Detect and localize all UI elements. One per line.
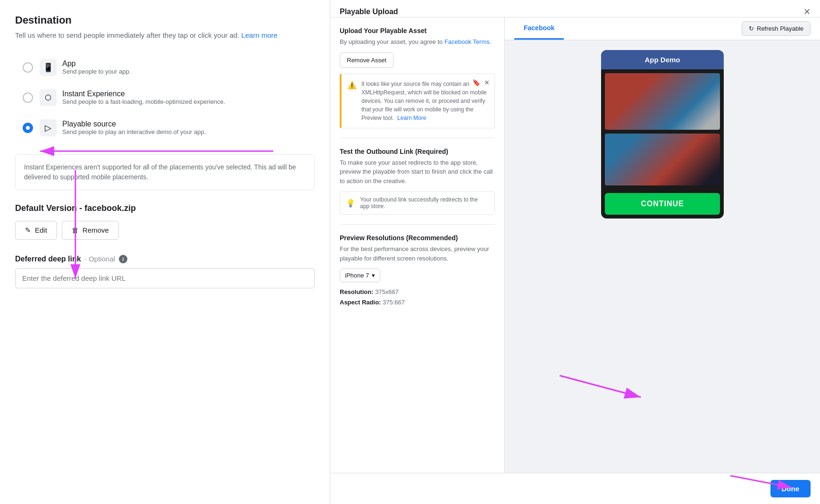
destination-subtitle: Tell us where to send people immediately… [15, 30, 315, 41]
preview-tab-bar: Facebook ↻ Refresh Playable [505, 17, 820, 41]
learn-more-link[interactable]: Learn more [241, 31, 277, 39]
edit-button[interactable]: ✎ Edit [15, 221, 57, 240]
left-panel: Destination Tell us where to send people… [0, 0, 330, 504]
preview-resolutions-section: Preview Resolutions (Recommended) For th… [340, 234, 495, 308]
info-icon[interactable]: i [119, 255, 127, 263]
panel-title: Playable Upload [340, 8, 398, 16]
divider-2 [340, 224, 495, 225]
app-icon: 📱 [40, 59, 57, 76]
preview-panel: Facebook ↻ Refresh Playable App Demo CON… [505, 17, 820, 473]
default-version-label: Default Version - facebook.zip [15, 203, 315, 213]
refresh-button[interactable]: ↻ Refresh Playable [742, 21, 811, 36]
instant-desc: Send people to a fast-loading, mobile-op… [62, 98, 225, 105]
placement-warning: Instant Experiences aren't supported for… [15, 154, 315, 190]
deep-link-title: Deferred deep link · Optional i [15, 255, 315, 263]
radio-circle-playable [23, 123, 33, 133]
radio-options: 📱 App Send people to your app. ⬡ Instant… [15, 52, 315, 143]
tab-facebook[interactable]: Facebook [514, 17, 564, 40]
radio-circle-instant [23, 92, 33, 103]
facebook-terms-link[interactable]: Facebook Terms [444, 38, 490, 45]
refresh-icon: ↻ [749, 25, 754, 32]
app-label: App [62, 59, 131, 68]
deep-link-input[interactable] [15, 268, 315, 288]
device-dropdown[interactable]: iPhone 7 ▾ [340, 269, 380, 282]
learn-more-warning-link[interactable]: Learn More [397, 115, 426, 121]
radio-option-instant[interactable]: ⬡ Instant Experience Send people to a fa… [15, 83, 315, 113]
bottom-bar: Done [330, 473, 820, 504]
chevron-down-icon: ▾ [372, 272, 375, 279]
radio-circle-app [23, 62, 33, 73]
divider-1 [340, 138, 495, 138]
phone-content [601, 69, 724, 189]
phone-preview: App Demo CONTINUE [505, 41, 820, 473]
playable-label: Playable source [62, 120, 206, 128]
instant-icon: ⬡ [40, 89, 57, 106]
upload-warning: ⚠️ It looks like your source file may co… [340, 74, 495, 128]
action-buttons: ✎ Edit 🗑 Remove [15, 221, 315, 240]
right-panel: Playable Upload ✕ Upload Your Playable A… [330, 0, 820, 504]
remove-asset-button[interactable]: Remove Asset [340, 52, 393, 68]
playable-icon: ▷ [40, 119, 57, 136]
outbound-title: Test the Outbound Link (Required) [340, 148, 495, 155]
close-warning-icon[interactable]: ✕ [484, 78, 490, 88]
outbound-success: 💡 Your outbound link successfully redire… [340, 191, 495, 215]
playable-desc: Send people to play an interactive demo … [62, 128, 206, 135]
trash-icon: 🗑 [72, 226, 79, 234]
outbound-section: Test the Outbound Link (Required) To mak… [340, 148, 495, 215]
app-demo-header: App Demo [601, 50, 724, 69]
panel-header: Playable Upload ✕ [330, 0, 820, 17]
upload-title: Upload Your Playable Asset [340, 27, 495, 34]
deep-link-section: Deferred deep link · Optional i [15, 255, 315, 288]
middle-section: Upload Your Playable Asset By uploading … [330, 17, 505, 473]
upload-section: Upload Your Playable Asset By uploading … [340, 27, 495, 128]
done-button[interactable]: Done [770, 480, 811, 497]
instant-label: Instant Experience [62, 90, 225, 98]
warning-triangle-icon: ⚠️ [347, 80, 357, 122]
continue-button[interactable]: CONTINUE [605, 193, 720, 215]
close-button[interactable]: ✕ [803, 7, 811, 17]
main-container: Destination Tell us where to send people… [0, 0, 820, 504]
destination-title: Destination [15, 14, 315, 26]
radio-option-app[interactable]: 📱 App Send people to your app. [15, 52, 315, 83]
remove-button[interactable]: 🗑 Remove [62, 221, 119, 240]
preview-res-title: Preview Resolutions (Recommended) [340, 234, 495, 242]
panel-inner: Upload Your Playable Asset By uploading … [330, 17, 820, 473]
app-desc: Send people to your app. [62, 68, 131, 75]
phone-screen: App Demo CONTINUE [601, 50, 724, 218]
bookmark-icon: 🔖 [472, 78, 480, 88]
outbound-desc: To make sure your asset redirects to the… [340, 158, 495, 186]
resolution-info: Resolution: 375x667 Aspect Radio: 375:66… [340, 287, 495, 308]
preview-image-2 [605, 134, 720, 185]
radio-option-playable[interactable]: ▷ Playable source Send people to play an… [15, 113, 315, 143]
preview-res-desc: For the best performance across devices,… [340, 244, 495, 263]
upload-desc: By uploading your asset, you agree to Fa… [340, 37, 495, 47]
pencil-icon: ✎ [25, 226, 31, 235]
preview-image-1 [605, 73, 720, 130]
check-icon: 💡 [346, 199, 355, 208]
